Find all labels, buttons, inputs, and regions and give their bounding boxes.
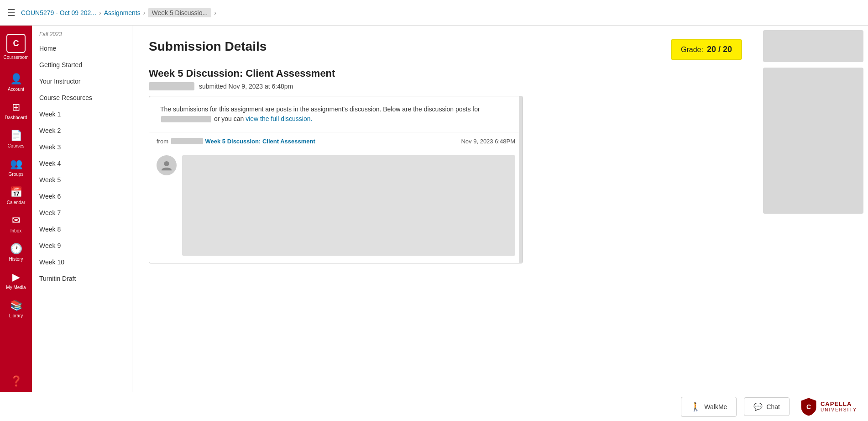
view-full-discussion-link[interactable]: view the full discussion. (246, 115, 312, 122)
right-panel-block-top (763, 30, 863, 62)
post-timestamp: Nov 9, 2023 6:48PM (461, 138, 515, 145)
breadcrumb-sep-3: › (214, 9, 216, 16)
inbox-icon: ✉ (12, 215, 20, 226)
svg-text:C: C (806, 403, 811, 410)
walkme-label: WalkMe (704, 403, 727, 410)
nav-inbox[interactable]: ✉ Inbox (0, 210, 32, 238)
grade-value: 20 / 20 (707, 45, 732, 54)
from-label: from (157, 138, 168, 145)
groups-label: Groups (9, 172, 24, 177)
grade-badge: Grade: 20 / 20 (671, 39, 742, 60)
grade-label: Grade: (681, 46, 703, 54)
right-panel-block-middle (763, 68, 863, 214)
scroll-indicator[interactable] (519, 96, 523, 263)
svg-point-0 (164, 161, 169, 166)
sidebar-item-week10[interactable]: Week 10 (32, 254, 132, 270)
sidebar-item-your-instructor[interactable]: Your Instructor (32, 73, 132, 89)
post-body-redacted (182, 155, 515, 256)
groups-icon: 👥 (10, 158, 22, 170)
sidebar-item-week9[interactable]: Week 9 (32, 237, 132, 254)
sidebar-item-week8[interactable]: Week 8 (32, 221, 132, 237)
capella-shield-icon: C (800, 397, 817, 416)
post-title-link[interactable]: Week 5 Discussion: Client Assessment (205, 138, 315, 145)
left-nav: C Courseroom 👤 Account ⊞ Dashboard 📄 Cou… (0, 26, 32, 392)
account-label: Account (8, 87, 24, 92)
nav-dashboard[interactable]: ⊞ Dashboard (0, 97, 32, 125)
library-icon: 📚 (10, 300, 22, 311)
discussion-body: The submissions for this assignment are … (149, 96, 523, 132)
history-icon: 🕐 (10, 243, 22, 255)
footer: 🚶 WalkMe 💬 Chat C CAPELLA UNIVERSITY (0, 392, 868, 421)
chat-icon: 💬 (753, 402, 763, 411)
history-label: History (9, 257, 23, 262)
post-content-row (149, 152, 523, 263)
breadcrumb-sep-1: › (99, 9, 101, 16)
sidebar-item-home[interactable]: Home (32, 40, 132, 57)
chat-button[interactable]: 💬 Chat (744, 397, 790, 416)
discussion-header: Week 5 Discussion: Client Assessment sub… (149, 68, 742, 90)
library-label: Library (9, 313, 23, 319)
courseroom-label: Courseroom (3, 55, 28, 60)
my-media-label: My Media (6, 285, 26, 290)
discussion-box: The submissions for this assignment are … (149, 96, 523, 263)
calendar-label: Calendar (7, 200, 26, 205)
post-row: from Week 5 Discussion: Client Assessmen… (149, 132, 523, 152)
sidebar-item-week1[interactable]: Week 1 (32, 106, 132, 122)
content-right-wrapper: Submission Details Grade: 20 / 20 Week 5… (132, 26, 868, 392)
nav-my-media[interactable]: ▶ My Media (0, 267, 32, 295)
sidebar-item-course-resources[interactable]: Course Resources (32, 89, 132, 106)
nav-account[interactable]: 👤 Account (0, 68, 32, 97)
breadcrumb-current: Week 5 Discussio... (148, 8, 211, 17)
sidebar-item-week6[interactable]: Week 6 (32, 188, 132, 205)
courses-label: Courses (7, 143, 24, 149)
dashboard-icon: ⊞ (12, 101, 20, 113)
breadcrumb-course[interactable]: COUN5279 - Oct 09 202... (21, 9, 96, 16)
post-author-redacted (171, 138, 203, 144)
sidebar-item-week4[interactable]: Week 4 (32, 155, 132, 172)
sidebar-item-week7[interactable]: Week 7 (32, 205, 132, 221)
discussion-title: Week 5 Discussion: Client Assessment (149, 68, 742, 79)
sidebar-item-week5[interactable]: Week 5 (32, 172, 132, 188)
nav-groups[interactable]: 👥 Groups (0, 153, 32, 182)
walkme-icon: 🚶 (690, 402, 701, 412)
calendar-icon: 📅 (10, 186, 22, 198)
dashboard-label: Dashboard (5, 115, 27, 121)
nav-history[interactable]: 🕐 History (0, 238, 32, 267)
right-panel (758, 26, 868, 392)
sidebar-item-turnitin[interactable]: Turnitin Draft (32, 270, 132, 287)
courses-icon: 📄 (10, 130, 22, 142)
capella-name: CAPELLA (821, 401, 857, 407)
top-bar: ☰ COUN5279 - Oct 09 202... › Assignments… (0, 0, 868, 26)
chat-label: Chat (766, 403, 780, 410)
breadcrumb: COUN5279 - Oct 09 202... › Assignments ›… (21, 8, 216, 17)
username-redacted (161, 116, 211, 122)
submission-date: submitted Nov 9, 2023 at 6:48pm (199, 83, 293, 90)
capella-text: CAPELLA UNIVERSITY (821, 401, 857, 412)
sidebar-item-week3[interactable]: Week 3 (32, 139, 132, 155)
walkme-button[interactable]: 🚶 WalkMe (681, 397, 737, 417)
submission-info: submitted Nov 9, 2023 at 6:48pm (149, 82, 742, 90)
breadcrumb-sep-2: › (143, 9, 146, 16)
capella-logo: C CAPELLA UNIVERSITY (800, 397, 857, 416)
my-media-icon: ▶ (12, 271, 20, 283)
sidebar-season: Fall 2023 (32, 26, 132, 40)
courseroom-logo-icon: C (6, 34, 26, 53)
main-layout: C Courseroom 👤 Account ⊞ Dashboard 📄 Cou… (0, 26, 868, 392)
inbox-label: Inbox (10, 228, 21, 234)
nav-help[interactable]: ❓ (0, 371, 32, 392)
nav-courses[interactable]: 📄 Courses (0, 125, 32, 153)
help-icon: ❓ (10, 375, 22, 387)
hamburger-menu[interactable]: ☰ (7, 7, 16, 18)
nav-calendar[interactable]: 📅 Calendar (0, 182, 32, 210)
courseroom-logo[interactable]: C Courseroom (0, 29, 32, 65)
sidebar-item-week2[interactable]: Week 2 (32, 122, 132, 139)
course-sidebar: Fall 2023 Home Getting Started Your Inst… (32, 26, 132, 392)
avatar (157, 155, 177, 175)
discussion-body-text: The submissions for this assignment are … (160, 105, 512, 124)
content-area: Submission Details Grade: 20 / 20 Week 5… (132, 26, 758, 392)
breadcrumb-assignments[interactable]: Assignments (104, 9, 141, 16)
nav-library[interactable]: 📚 Library (0, 295, 32, 323)
account-icon: 👤 (10, 73, 22, 85)
submitter-name-redacted (149, 82, 194, 90)
sidebar-item-getting-started[interactable]: Getting Started (32, 57, 132, 73)
